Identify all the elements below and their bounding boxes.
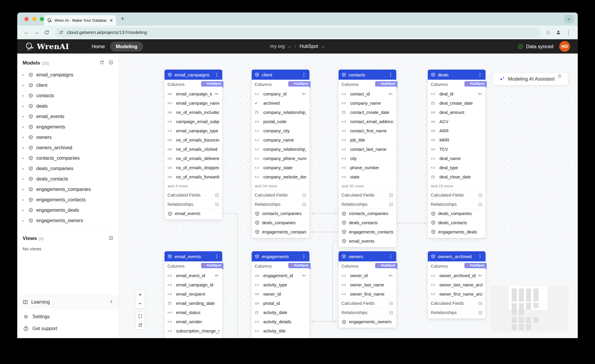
relationship-engagements_deals[interactable]: engagements_deals	[428, 227, 486, 236]
refresh-models-icon[interactable]	[99, 60, 104, 66]
sidebar-item-engagements_deals[interactable]: ▸engagements_deals	[17, 205, 119, 215]
card-menu-button[interactable]: ⋮	[389, 72, 393, 77]
model-card-owners_archived[interactable]: owners_archived⋮Columns✳HubSpotA-Zowner_…	[428, 251, 486, 318]
column-email_recipient[interactable]: A-Zemail_recipient	[165, 289, 222, 299]
add-calculated-field-button[interactable]	[215, 193, 219, 197]
column-company_name[interactable]: A-Zcompany_name	[252, 135, 309, 145]
profile-icon[interactable]	[553, 28, 563, 37]
chevron-down-icon[interactable]	[288, 45, 292, 48]
relationship-deals_contacts[interactable]: deals_contacts	[428, 218, 486, 227]
reset-layout-button[interactable]	[136, 321, 145, 330]
column-email_campaign_type[interactable]: A-Zemail_campaign_type	[165, 126, 222, 135]
column-company_relationship_...[interactable]: company_relationship_...	[252, 108, 309, 117]
relationship-email_events[interactable]: email_events	[165, 209, 222, 218]
add-calculated-field-button[interactable]	[478, 193, 483, 197]
model-card-engagements[interactable]: engagements⋮Columns✳HubSpot123engagement…	[252, 251, 309, 338]
column-owner_last_name[interactable]: A-Zowner_last_name	[339, 280, 396, 289]
caret-right-icon[interactable]: ▸	[23, 115, 25, 118]
card-header[interactable]: contacts⋮	[339, 70, 396, 80]
sidebar-item-engagements_companies[interactable]: ▸engagements_companies	[17, 184, 119, 194]
browser-tab[interactable]: Wren AI - Make Your Databas ✕	[44, 15, 116, 26]
column-owner_id[interactable]: A-Zowner_id	[339, 271, 396, 280]
project-selector[interactable]: HubSpot	[300, 44, 318, 49]
close-window-button[interactable]	[24, 17, 29, 21]
column-owner_first_name_arch...[interactable]: A-Zowner_first_name_arch...	[428, 289, 486, 299]
add-calculated-field-button[interactable]	[478, 301, 483, 306]
add-relationship-button[interactable]	[478, 202, 483, 207]
column-email_status[interactable]: A-Zemail_status	[165, 308, 222, 317]
relationship-deals_companies[interactable]: deals_companies	[252, 218, 309, 227]
column-company_id[interactable]: A-Zcompany_id	[252, 89, 309, 98]
caret-right-icon[interactable]: ▸	[23, 94, 25, 97]
caret-right-icon[interactable]: ▸	[23, 104, 25, 108]
sidebar-item-contacts_companies[interactable]: ▸contacts_companies	[17, 153, 119, 163]
sidebar-item-deals_companies[interactable]: ▸deals_companies	[17, 163, 119, 174]
card-menu-button[interactable]: ⋮	[302, 254, 306, 259]
card-header[interactable]: email_campaigns⋮	[165, 70, 222, 80]
add-relationship-button[interactable]	[478, 310, 483, 315]
model-card-client[interactable]: client⋮Columns✳HubSpotA-Zcompany_id✓arch…	[252, 70, 309, 238]
column-company_city[interactable]: A-Zcompany_city	[252, 126, 309, 135]
caret-right-icon[interactable]: ▸	[23, 136, 25, 139]
sidebar-item-client[interactable]: ▸client	[17, 80, 119, 90]
site-settings-icon[interactable]	[59, 30, 64, 35]
add-relationship-button[interactable]	[389, 202, 393, 207]
relationship-contacts_companies[interactable]: contacts_companies	[252, 209, 309, 218]
caret-right-icon[interactable]: ▸	[23, 146, 25, 149]
column-no_of_emails_forwarded[interactable]: 123no_of_emails_forwarded	[165, 172, 222, 181]
column-activity_type[interactable]: A-Zactivity_type	[252, 280, 309, 289]
column-company_name[interactable]: A-Zcompany_name	[339, 98, 396, 108]
card-menu-button[interactable]: ⋮	[389, 254, 393, 259]
card-header[interactable]: owners_archived⋮	[428, 251, 486, 261]
column-contact_id[interactable]: A-Zcontact_id	[339, 89, 396, 98]
user-avatar[interactable]: HO	[559, 41, 570, 52]
more-columns[interactable]: and 34 more	[252, 181, 309, 190]
modeling-ai-assistant-button[interactable]: Modeling AI Assistant	[493, 72, 568, 85]
caret-right-icon[interactable]: ▸	[23, 73, 25, 76]
column-no_of_emails_dropped[interactable]: 123no_of_emails_dropped	[165, 163, 222, 172]
nav-modeling[interactable]: Modeling	[110, 42, 143, 51]
column-contact_last_name[interactable]: A-Zcontact_last_name	[339, 145, 396, 154]
column-contact_first_name[interactable]: A-Zcontact_first_name	[339, 126, 396, 135]
add-calculated-field-button[interactable]	[389, 301, 393, 306]
card-header[interactable]: owners⋮	[339, 251, 396, 261]
nav-home[interactable]: Home	[92, 44, 105, 49]
column-activity_date[interactable]: activity_date	[252, 308, 309, 317]
column-contact_create_date[interactable]: contact_create_date	[339, 108, 396, 117]
card-header[interactable]: email_events⋮	[165, 251, 222, 261]
sidebar-item-engagements[interactable]: ▸engagements	[17, 122, 119, 132]
settings-button[interactable]: Settings	[17, 311, 119, 323]
tab-search-button[interactable]	[564, 15, 574, 23]
sidebar-item-email_campaigns[interactable]: ▸email_campaigns	[17, 70, 119, 80]
zoom-out-button[interactable]: −	[136, 299, 145, 308]
add-relationship-button[interactable]	[215, 202, 219, 207]
back-icon[interactable]: ←	[21, 28, 32, 37]
card-menu-button[interactable]: ⋮	[214, 72, 219, 77]
chevron-down-icon[interactable]	[321, 45, 325, 48]
caret-right-icon[interactable]: ▸	[23, 198, 25, 201]
column-deal_create_date[interactable]: deal_create_date	[428, 98, 486, 108]
column-campaign_email_subject[interactable]: A-Zcampaign_email_subject	[165, 117, 222, 126]
column-archived[interactable]: ✓archived	[252, 98, 309, 108]
more-columns[interactable]: and 30 more	[339, 181, 396, 190]
column-ACV[interactable]: 123ACV	[428, 117, 486, 126]
model-card-deals[interactable]: deals⋮Columns✳HubSpotA-Zdeal_iddeal_crea…	[428, 70, 486, 238]
column-owner_id[interactable]: 123owner_id	[252, 289, 309, 299]
column-phone_number[interactable]: A-Zphone_number	[339, 163, 396, 172]
column-protal_id[interactable]: 123protal_id	[252, 299, 309, 308]
fit-view-button[interactable]	[136, 312, 145, 321]
add-calculated-field-button[interactable]	[389, 193, 393, 197]
card-menu-button[interactable]: ⋮	[302, 72, 306, 77]
card-header[interactable]: client⋮	[252, 70, 309, 80]
column-deal_amount[interactable]: 123deal_amount	[428, 108, 486, 117]
column-no_of_emails_clicked[interactable]: 123no_of_emails_clicked	[165, 145, 222, 154]
wrenai-logo[interactable]: WrenAI	[25, 42, 69, 51]
org-selector[interactable]: my org	[270, 44, 285, 49]
sidebar-item-deals_contacts[interactable]: ▸deals_contacts	[17, 174, 119, 184]
column-no_of_emails_included[interactable]: 123no_of_emails_included	[165, 108, 222, 117]
column-email_sending_date[interactable]: email_sending_date	[165, 299, 222, 308]
caret-right-icon[interactable]: ▸	[23, 208, 25, 212]
add-calculated-field-button[interactable]	[302, 193, 306, 197]
column-email_campaign_id[interactable]: A-Zemail_campaign_id	[165, 280, 222, 289]
forward-icon[interactable]: →	[32, 28, 42, 37]
